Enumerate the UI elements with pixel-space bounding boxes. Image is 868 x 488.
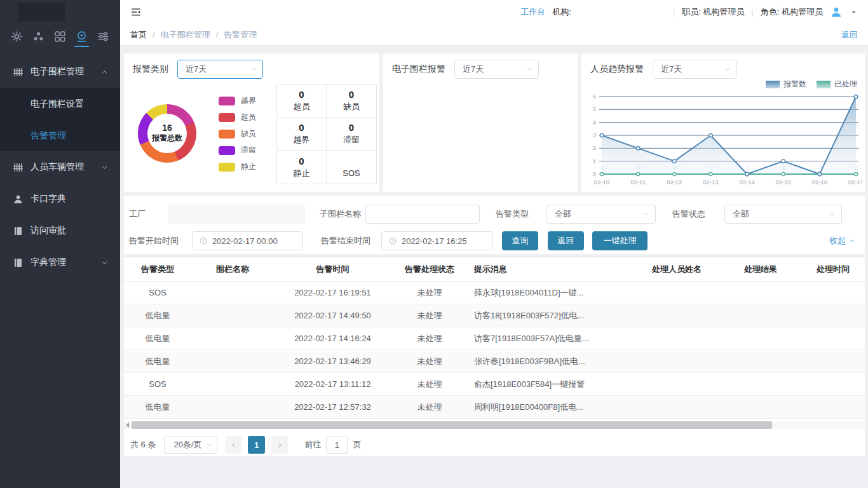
table-cell: 薛永球[1918E004011D]一键... (468, 287, 634, 299)
range-select[interactable]: 近7天 (177, 60, 263, 79)
sidebar-menu-item[interactable]: 人员车辆管理 (0, 151, 120, 183)
table-cell: 未处理 (391, 287, 468, 299)
page-size-select[interactable]: 20条/页 (164, 436, 217, 454)
avatar-icon[interactable] (830, 6, 843, 18)
table-cell: 2022-02-17 16:19:51 (274, 288, 391, 297)
legend-item[interactable]: 越界 (219, 95, 256, 106)
gear-icon[interactable] (10, 28, 24, 47)
main-content: 报警类别 近7天 16 报警总数 越界超员缺员滞留静止 0超员0缺员0越界0滞留… (120, 46, 868, 488)
sidebar-menu: 电子围栏管理电子围栏设置告警管理人员车辆管理卡口字典访问审批字典管理 (0, 56, 120, 278)
batch-handle-button[interactable]: 一键处理 (592, 231, 648, 250)
table-header-cell: 围栏名称 (191, 264, 274, 275)
stat-cell: 0滞留 (327, 118, 376, 151)
goto-page-input[interactable] (326, 436, 348, 454)
scroll-left-arrow[interactable] (126, 423, 129, 428)
alarm-category-panel: 报警类别 近7天 16 报警总数 越界超员缺员滞留静止 0超员0缺员0越界0滞留… (124, 53, 379, 192)
person-trend-panel: 人员趋势报警 近7天 报警数已处理 012345602-10002-11002-… (581, 53, 865, 192)
workbench-link[interactable]: 工作台 (520, 6, 545, 18)
fence-name-input[interactable] (365, 205, 480, 224)
table-cell: 访客18[1918E003F572]低电... (468, 310, 634, 322)
alarm-status-select[interactable]: 全部 (724, 205, 842, 224)
book-icon (13, 226, 24, 236)
bottom-strip (120, 456, 868, 488)
table-header-row: 告警类型围栏名称告警时间告警处理状态提示消息处理人员姓名处理结果处理时间 (124, 257, 865, 281)
stat-value: 0 (349, 122, 354, 133)
fence-name-label: 子围栏名称 (320, 205, 361, 224)
alarm-type-select[interactable]: 全部 (546, 205, 656, 224)
breadcrumb-level3[interactable]: 告警管理 (224, 29, 257, 41)
prev-page-button[interactable] (225, 436, 241, 454)
table-header-cell: 提示消息 (468, 264, 634, 275)
sidebar-menu-item[interactable]: 字典管理 (0, 247, 120, 278)
start-time-input[interactable]: 2022-02-17 00:00 (192, 231, 303, 250)
table-cell: 张许春[1918E003F9BA]低电... (468, 356, 634, 367)
table-cell: SOS (124, 288, 191, 297)
sliders-icon[interactable] (96, 28, 111, 47)
menu-fold-icon[interactable] (130, 6, 142, 18)
svg-text:0: 0 (746, 165, 749, 171)
cam-icon[interactable] (74, 28, 89, 47)
legend-item[interactable]: 超员 (219, 112, 256, 123)
sidebar-menu-item[interactable]: 电子围栏管理 (0, 56, 120, 88)
panel-title: 报警类别 (133, 64, 168, 75)
back-link[interactable]: 返回 (841, 29, 858, 41)
stat-value: 0 (299, 89, 304, 100)
chevron-down-icon (829, 210, 836, 218)
legend-label: 缺员 (241, 128, 256, 139)
legend-item[interactable]: 缺员 (219, 128, 256, 139)
horizontal-scrollbar[interactable] (124, 421, 865, 429)
legend-item[interactable]: 滞留 (219, 145, 256, 156)
stat-cell: 0超员 (277, 85, 327, 118)
svg-text:0: 0 (710, 165, 713, 171)
legend-swatch (219, 130, 235, 139)
fence-icon (13, 162, 24, 173)
legend-label: 静止 (241, 161, 256, 172)
chevron-down-icon (100, 259, 109, 267)
stat-label: 越界 (294, 134, 310, 146)
sidebar-submenu-item[interactable]: 告警管理 (0, 119, 120, 151)
breadcrumb-home[interactable]: 首页 (130, 29, 147, 41)
table-row[interactable]: SOS2022-02-17 13:11:12未处理俞杰[1918E003F584… (124, 373, 865, 396)
next-page-button[interactable] (271, 436, 288, 454)
breadcrumb-level2[interactable]: 电子围栏管理 (161, 29, 210, 41)
donut-center: 16 报警总数 (147, 114, 187, 153)
search-button[interactable]: 查询 (502, 231, 538, 250)
clock-icon (388, 236, 397, 245)
separator: | (751, 8, 753, 17)
scrollbar-thumb[interactable] (132, 421, 772, 429)
sidebar-item-label: 访问审批 (31, 225, 66, 236)
svg-text:02-10: 02-10 (594, 179, 609, 186)
table-row[interactable]: 低电量2022-02-17 12:57:32未处理周利明[1918E00400F… (124, 396, 865, 419)
svg-text:0: 0 (593, 170, 596, 177)
stat-cell: 0缺员 (327, 85, 376, 118)
end-time-input[interactable]: 2022-02-17 16:25 (381, 231, 493, 250)
grid-icon[interactable] (53, 28, 67, 47)
sidebar-submenu-item[interactable]: 电子围栏设置 (0, 88, 120, 119)
collapse-link[interactable]: 收起 (829, 231, 856, 250)
current-page-button[interactable]: 1 (248, 436, 265, 454)
range-select[interactable]: 近7天 (454, 60, 539, 79)
sidebar-menu-item[interactable]: 卡口字典 (0, 183, 120, 215)
donut-total-value: 16 (162, 123, 172, 133)
org-label: 机构: (552, 6, 571, 18)
table-row[interactable]: SOS2022-02-17 16:19:51未处理薛永球[1918E004011… (124, 281, 865, 304)
table-row[interactable]: 低电量2022-02-17 14:49:50未处理访客18[1918E003F5… (124, 304, 865, 327)
chevron-down-icon (250, 65, 257, 73)
legend-item[interactable]: 静止 (219, 161, 256, 172)
table-row[interactable]: 低电量2022-02-17 13:46:29未处理张许春[1918E003F9B… (124, 350, 865, 373)
panel-title: 电子围栏报警 (392, 64, 445, 75)
table-cell: 2022-02-17 14:49:50 (274, 311, 391, 320)
stat-value: 0 (299, 156, 304, 166)
table-row[interactable]: 低电量2022-02-17 14:16:24未处理访客7[1918E003F57… (124, 327, 865, 350)
table-body: SOS2022-02-17 16:19:51未处理薛永球[1918E004011… (124, 281, 865, 419)
caret-down-icon[interactable] (850, 8, 858, 17)
sidebar-item-label: 字典管理 (31, 257, 66, 268)
cluster-icon[interactable] (31, 28, 46, 47)
chevron-down-icon (724, 65, 731, 73)
table-cell: 周利明[1918E00400F8]低电... (468, 402, 634, 413)
range-select[interactable]: 近7天 (653, 60, 737, 79)
chevron-down-icon (205, 441, 213, 449)
return-button[interactable]: 返回 (548, 231, 584, 250)
sidebar-menu-item[interactable]: 访问审批 (0, 215, 120, 247)
fence-alarm-panel: 电子围栏报警 近7天 (383, 53, 578, 192)
